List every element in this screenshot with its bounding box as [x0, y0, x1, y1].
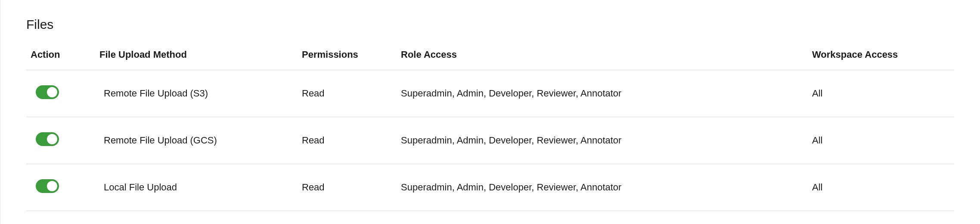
- header-workspace-access: Workspace Access: [808, 49, 954, 70]
- header-action: Action: [26, 49, 95, 70]
- cell-role-access: Superadmin, Admin, Developer, Reviewer, …: [397, 70, 808, 117]
- table-row: Local File Upload Read Superadmin, Admin…: [26, 164, 954, 211]
- cell-permissions: Read: [298, 70, 397, 117]
- cell-permissions: Read: [298, 117, 397, 164]
- cell-workspace-access: All: [808, 164, 954, 211]
- cell-role-access: Superadmin, Admin, Developer, Reviewer, …: [397, 164, 808, 211]
- toggle-switch[interactable]: [36, 85, 59, 99]
- cell-permissions: Read: [298, 164, 397, 211]
- header-permissions: Permissions: [298, 49, 397, 70]
- cell-role-access: Superadmin, Admin, Developer, Reviewer, …: [397, 117, 808, 164]
- cell-workspace-access: All: [808, 70, 954, 117]
- table-row: Remote File Upload (GCS) Read Superadmin…: [26, 117, 954, 164]
- toggle-switch[interactable]: [36, 179, 59, 193]
- toggle-switch[interactable]: [36, 132, 59, 146]
- toggle-knob-icon: [47, 181, 57, 191]
- header-role-access: Role Access: [397, 49, 808, 70]
- toggle-knob-icon: [47, 87, 57, 97]
- files-table: Action File Upload Method Permissions Ro…: [26, 49, 954, 211]
- cell-method: Remote File Upload (S3): [95, 70, 298, 117]
- table-row: Remote File Upload (S3) Read Superadmin,…: [26, 70, 954, 117]
- section-title-files: Files: [26, 17, 954, 32]
- table-header-row: Action File Upload Method Permissions Ro…: [26, 49, 954, 70]
- toggle-knob-icon: [47, 134, 57, 144]
- cell-method: Local File Upload: [95, 164, 298, 211]
- cell-method: Remote File Upload (GCS): [95, 117, 298, 164]
- cell-workspace-access: All: [808, 117, 954, 164]
- header-method: File Upload Method: [95, 49, 298, 70]
